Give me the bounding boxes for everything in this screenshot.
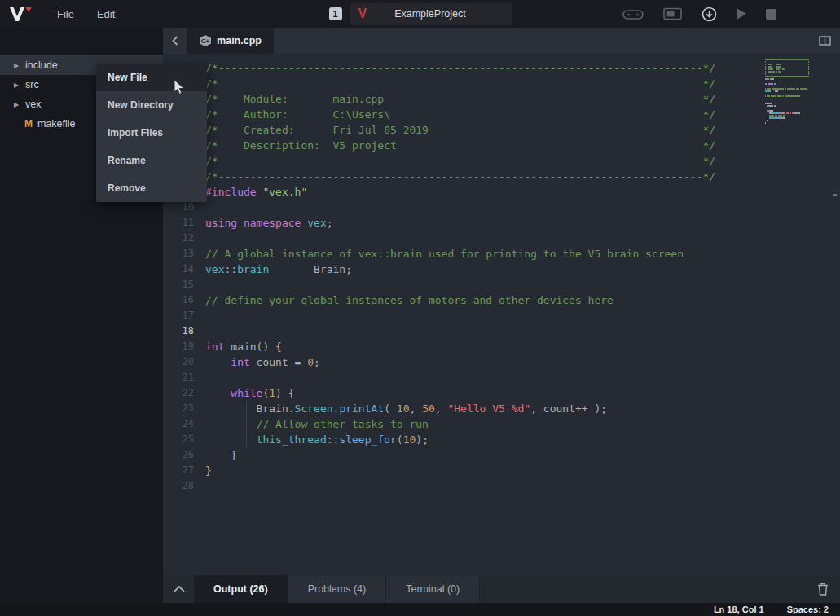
context-menu-item-import-files[interactable]: Import Files (96, 119, 207, 147)
minimap-line (765, 112, 830, 114)
panel-tab-problems-4[interactable]: Problems (4) (288, 575, 387, 603)
line-number: 26 (163, 447, 205, 463)
panel-tab-output-26[interactable]: Output (26) (194, 575, 288, 603)
project-name-button[interactable]: V ExampleProject (350, 3, 512, 25)
minimap-line (765, 100, 830, 102)
code-token: } (205, 464, 212, 477)
minimap-line (765, 66, 830, 68)
code-line[interactable]: 4/* Author: C:\Users\ */ (163, 107, 840, 122)
minimap-line (765, 76, 830, 77)
minimap-line (765, 115, 830, 117)
code-line[interactable]: 21 (163, 370, 840, 385)
code-line[interactable]: 2/* */ (163, 76, 840, 91)
code-text: /* Created: Fri Jul 05 2019 */ (205, 122, 715, 138)
code-token: Brain. (205, 403, 295, 415)
folder-arrow-icon[interactable]: ▶ (14, 101, 25, 108)
code-token: /*--------------------------------------… (205, 170, 715, 183)
code-token (237, 217, 244, 229)
code-text: int main() { (205, 339, 282, 354)
folder-arrow-icon[interactable]: ▶ (14, 81, 25, 89)
code-token: int (231, 356, 249, 368)
code-line[interactable]: 24 // Allow other tasks to run (163, 416, 840, 432)
code-line[interactable]: 11using namespace vex; (163, 215, 840, 231)
code-line[interactable]: 22 while(1) { (163, 385, 840, 401)
code-line[interactable]: 27} (163, 463, 840, 478)
line-number: 16 (163, 293, 205, 308)
code-token: :: (327, 433, 340, 446)
minimap-line (765, 105, 830, 107)
code-token: count = (250, 356, 307, 368)
minimap-line (765, 122, 830, 124)
code-line[interactable]: 18 (163, 323, 840, 339)
code-text: #include "vex.h" (205, 184, 307, 200)
code-token: ; (327, 217, 333, 229)
context-menu-item-new-file[interactable]: New File (96, 64, 207, 91)
code-line[interactable]: 6/* Description: V5 project */ (163, 138, 840, 153)
line-number: 11 (163, 215, 205, 231)
code-text: while(1) { (205, 385, 295, 401)
code-token (205, 356, 231, 368)
slot-indicator[interactable]: 1 (329, 7, 342, 20)
code-token: brain (237, 263, 269, 275)
brain-icon[interactable] (663, 7, 682, 20)
code-token: 1 (269, 387, 275, 399)
minimap[interactable] (765, 59, 830, 127)
code-line[interactable]: 15 (163, 277, 840, 293)
code-line[interactable]: 3/* Module: main.cpp */ (163, 91, 840, 107)
code-line[interactable]: 1/*-------------------------------------… (163, 60, 840, 76)
controller-icon[interactable] (622, 7, 644, 21)
code-line[interactable]: 20 int count = 0; (163, 354, 840, 370)
sidebar-item-label: makefile (37, 118, 76, 130)
code-line[interactable]: 19int main() { (163, 339, 840, 354)
code-token: /*--------------------------------------… (205, 62, 715, 74)
code-token: Screen (295, 403, 333, 415)
line-number: 14 (163, 262, 205, 277)
code-line[interactable]: 23 Brain.Screen.printAt( 10, 50, "Hello … (163, 401, 840, 416)
sidebar-item-label: vex (25, 99, 41, 110)
code-token: /* Created: Fri Jul 05 2019 */ (205, 124, 715, 136)
chevron-up-icon (174, 586, 185, 592)
code-line[interactable]: 5/* Created: Fri Jul 05 2019 */ (163, 122, 840, 138)
menu-edit[interactable]: Edit (97, 8, 115, 20)
project-name-label: ExampleProject (394, 8, 466, 20)
code-token: ( (397, 433, 403, 446)
download-icon[interactable] (701, 7, 717, 22)
play-icon[interactable] (737, 8, 746, 20)
split-editor-button[interactable] (809, 28, 840, 54)
code-line[interactable]: 28 (163, 478, 840, 494)
stop-icon[interactable] (766, 9, 776, 20)
panel-expand-button[interactable] (165, 575, 194, 603)
code-editor[interactable]: 1/*-------------------------------------… (163, 54, 840, 575)
code-line[interactable]: 9#include "vex.h" (163, 184, 840, 200)
code-line[interactable]: 8/*-------------------------------------… (163, 169, 840, 184)
code-line[interactable]: 26 } (163, 447, 840, 463)
minimap-line (765, 90, 830, 92)
code-line[interactable]: 7/* */ (163, 153, 840, 169)
context-menu: New FileNew DirectoryImport FilesRenameR… (96, 64, 207, 202)
context-menu-item-rename[interactable]: Rename (96, 147, 207, 174)
code-line[interactable]: 14vex::brain Brain; (163, 262, 840, 277)
code-line[interactable]: 12 (163, 231, 840, 246)
back-button[interactable] (163, 28, 187, 54)
topbar: File Edit 1 V ExampleProject (0, 0, 840, 28)
vexcode-icon: V (358, 7, 367, 20)
menu-file[interactable]: File (57, 8, 74, 20)
code-line[interactable]: 16// define your global instances of mot… (163, 293, 840, 308)
scrollbar-marker[interactable] (833, 194, 837, 196)
code-token: // define your global instances of motor… (205, 294, 614, 306)
panel-tab-terminal-0[interactable]: Terminal (0) (386, 575, 480, 603)
code-line[interactable]: 25 this_thread::sleep_for(10); (163, 432, 840, 447)
context-menu-item-remove[interactable]: Remove (96, 174, 207, 202)
minimap-line (765, 103, 830, 104)
tabstrip-spacer (274, 28, 809, 54)
minimap-line (765, 95, 830, 97)
clear-output-button[interactable] (806, 575, 840, 603)
folder-arrow-icon[interactable]: ▶ (14, 62, 25, 69)
code-line[interactable]: 17 (163, 308, 840, 323)
context-menu-item-new-directory[interactable]: New Directory (96, 91, 207, 119)
tab-main-cpp[interactable]: C+ main.cpp (187, 28, 274, 54)
code-line[interactable]: 13// A global instance of vex::brain use… (163, 246, 840, 262)
code-token: "vex.h" (262, 186, 307, 198)
code-line[interactable]: 10 (163, 200, 840, 215)
code-lines: 1/*-------------------------------------… (163, 54, 840, 494)
